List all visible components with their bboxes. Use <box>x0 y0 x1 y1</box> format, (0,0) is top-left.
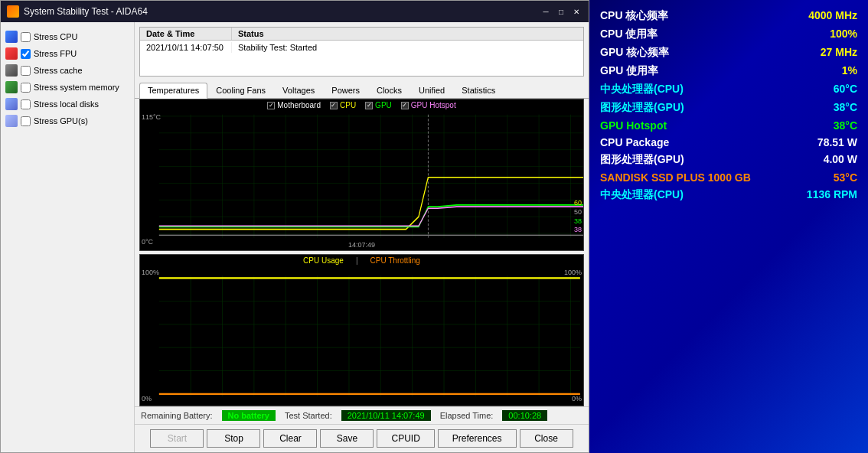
log-row: 2021/10/11 14:07:50 Stability Test: Star… <box>140 41 583 54</box>
gpu-icon <box>5 115 18 127</box>
legend-gpu: ✓ GPU <box>365 101 392 109</box>
info-row-ssd-temp: SANDISK SSD PLUS 1000 GB 53°C <box>600 170 857 185</box>
cpu-icon <box>5 31 18 43</box>
title-bar-controls: ─ □ ✕ <box>540 5 582 18</box>
preferences-button[interactable]: Preferences <box>438 429 517 448</box>
sidebar: Stress CPU Stress FPU Stress cache Stres… <box>1 22 135 452</box>
temp-y-min: 0°C <box>142 238 161 246</box>
elapsed-value: 00:10:28 <box>502 410 547 421</box>
gpu-temp-label: 图形处理器(GPU) <box>600 101 684 115</box>
app-window: System Stability Test - AIDA64 ─ □ ✕ Str… <box>0 0 589 453</box>
info-row-cpu-freq: CPU 核心频率 4000 MHz <box>600 8 857 24</box>
stress-cpu-item: Stress CPU <box>4 28 131 45</box>
stop-button[interactable]: Stop <box>207 429 260 448</box>
battery-value: No battery <box>222 410 276 421</box>
close-button[interactable]: ✕ <box>570 5 582 18</box>
cpu-fan-value: 1136 RPM <box>807 188 857 200</box>
info-row-cpu-temp: 中央处理器(CPU) 60°C <box>600 81 857 98</box>
info-row-gpu-usage: GPU 使用率 1% <box>600 63 857 80</box>
cpu-chart: CPU Usage | CPU Throttling 100% 0% 100% … <box>139 254 584 406</box>
cpuid-button[interactable]: CPUID <box>377 429 434 448</box>
content-area: Stress CPU Stress FPU Stress cache Stres… <box>1 22 589 452</box>
info-row-cpu-package: CPU Package 78.51 W <box>600 135 857 150</box>
battery-label: Remaining Battery: <box>141 411 213 420</box>
stress-gpu-item: Stress GPU(s) <box>4 112 131 129</box>
cpu-usage-stat-label: CPU 使用率 <box>600 28 658 41</box>
stress-fpu-checkbox[interactable] <box>21 49 31 59</box>
info-row-gpu-temp: 图形处理器(GPU) 38°C <box>600 99 857 116</box>
stress-memory-checkbox[interactable] <box>21 83 31 93</box>
gpu-usage-stat-value: 1% <box>842 64 857 77</box>
stress-gpu-checkbox[interactable] <box>21 116 31 126</box>
status-bar: Remaining Battery: No battery Test Start… <box>135 406 589 424</box>
info-row-cpu-fan: 中央处理器(CPU) 1136 RPM <box>600 187 857 204</box>
temp-val-38b: 38 <box>574 226 582 235</box>
gpu-freq-value: 27 MHz <box>821 46 857 58</box>
cpu-temp-label: 中央处理器(CPU) <box>600 83 684 96</box>
cpu-chart-svg <box>140 255 583 406</box>
clear-button[interactable]: Clear <box>263 429 317 448</box>
stress-memory-label: Stress system memory <box>34 83 119 92</box>
tabs: Temperatures Cooling Fans Voltages Power… <box>135 81 589 99</box>
title-bar-text: System Stability Test - AIDA64 <box>24 6 148 17</box>
info-row-gpu-hotspot: GPU Hotspot 38°C <box>600 118 857 133</box>
stress-fpu-item: Stress FPU <box>4 45 131 62</box>
fpu-icon <box>5 47 18 60</box>
minimize-button[interactable]: ─ <box>540 5 552 18</box>
cpu-package-label: CPU Package <box>600 136 669 148</box>
cpu-freq-label: CPU 核心频率 <box>600 9 668 23</box>
temp-chart-legend: ✓ Motherboard ✓ CPU ✓ GPU ✓ <box>140 101 583 109</box>
ssd-temp-label: SANDISK SSD PLUS 1000 GB <box>600 171 751 184</box>
title-bar: System Stability Test - AIDA64 ─ □ ✕ <box>1 1 589 22</box>
stress-disks-item: Stress local disks <box>4 96 131 112</box>
tab-unified[interactable]: Unified <box>410 83 453 98</box>
legend-motherboard: ✓ Motherboard <box>267 101 321 109</box>
cpu-fan-label: 中央处理器(CPU) <box>600 188 684 202</box>
temperature-chart: ✓ Motherboard ✓ CPU ✓ GPU ✓ <box>139 99 584 251</box>
info-row-gpu-freq: GPU 核心频率 27 MHz <box>600 44 857 61</box>
legend-cpu: ✓ CPU <box>330 101 356 109</box>
tab-voltages[interactable]: Voltages <box>274 83 323 98</box>
temp-val-60: 60 <box>574 199 582 208</box>
log-datetime-header: Date & Time <box>140 28 232 40</box>
title-bar-left: System Stability Test - AIDA64 <box>7 5 148 18</box>
maximize-button[interactable]: □ <box>555 5 567 18</box>
stress-gpu-label: Stress GPU(s) <box>34 116 88 125</box>
temp-val-50: 50 <box>574 208 582 217</box>
cpu-y-0-left: 0% <box>142 395 159 402</box>
start-button[interactable]: Start <box>150 429 204 448</box>
cpu-chart-legend: CPU Usage | CPU Throttling <box>140 256 583 265</box>
app-icon <box>7 5 19 18</box>
tab-statistics[interactable]: Statistics <box>453 83 504 98</box>
cpu-throttling-label: CPU Throttling <box>370 256 420 265</box>
close-button-toolbar[interactable]: Close <box>520 429 573 448</box>
elapsed-label: Elapsed Time: <box>440 411 494 420</box>
log-status-cell: Stability Test: Started <box>232 42 323 53</box>
main-area: Date & Time Status 2021/10/11 14:07:50 S… <box>135 22 589 452</box>
right-panel: CPU 核心频率 4000 MHz CPU 使用率 100% GPU 核心频率 … <box>589 0 868 453</box>
gpu-freq-label: GPU 核心频率 <box>600 46 669 60</box>
charts-area: ✓ Motherboard ✓ CPU ✓ GPU ✓ <box>135 99 589 406</box>
stress-memory-item: Stress system memory <box>4 79 131 96</box>
stress-disks-label: Stress local disks <box>34 99 99 109</box>
stress-cache-checkbox[interactable] <box>21 66 31 76</box>
cpu-y-100-right: 100% <box>564 269 582 276</box>
tab-clocks[interactable]: Clocks <box>368 83 410 98</box>
stress-disks-checkbox[interactable] <box>21 99 31 109</box>
gpu-temp-value: 38°C <box>834 101 857 113</box>
test-started-label: Test Started: <box>285 411 332 420</box>
cpu-temp-value: 60°C <box>834 83 857 95</box>
cpu-y-labels-right: 100% 0% <box>564 255 582 406</box>
log-area: Date & Time Status 2021/10/11 14:07:50 S… <box>139 27 584 77</box>
temp-y-labels: 115°C 0°C <box>142 99 161 250</box>
tab-cooling-fans[interactable]: Cooling Fans <box>207 83 274 98</box>
tab-powers[interactable]: Powers <box>323 83 368 98</box>
cache-icon <box>5 64 18 77</box>
cpu-package-value: 78.51 W <box>817 136 857 148</box>
ssd-temp-value: 53°C <box>834 171 857 184</box>
stress-cpu-label: Stress CPU <box>34 32 77 41</box>
tab-temperatures[interactable]: Temperatures <box>139 83 207 99</box>
stress-cpu-checkbox[interactable] <box>21 32 31 42</box>
cpu-freq-value: 4000 MHz <box>808 9 857 21</box>
save-button[interactable]: Save <box>320 429 374 448</box>
